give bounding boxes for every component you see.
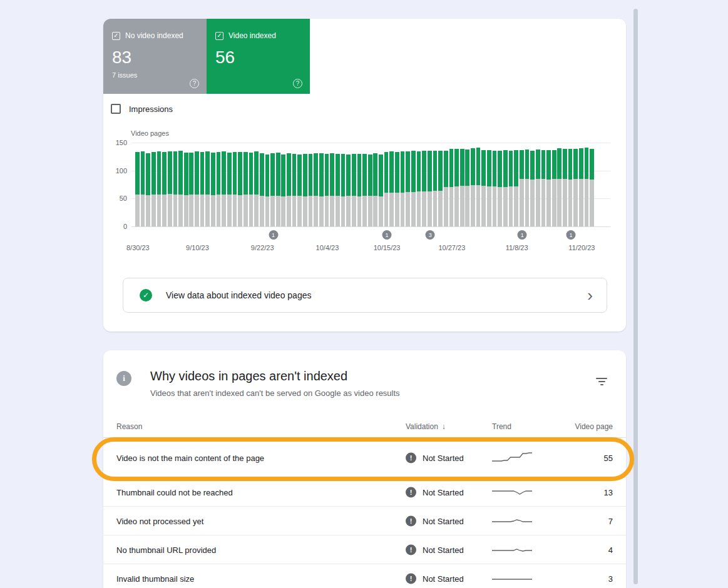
table-row[interactable]: No thumbnail URL provided!Not Started4 (103, 535, 626, 564)
chart-bar[interactable] (449, 149, 454, 226)
chart-bar[interactable] (373, 153, 377, 226)
chart-bar[interactable] (395, 152, 399, 226)
chart-bar[interactable] (151, 152, 156, 226)
chart-bar[interactable] (178, 151, 183, 226)
reason-label[interactable]: Invalid thumbnail size (116, 574, 194, 583)
chart-bar[interactable] (417, 151, 421, 226)
chart-bar[interactable] (357, 154, 362, 226)
chart-bar[interactable] (590, 149, 594, 226)
chart-bar[interactable] (411, 151, 416, 226)
chart-bar[interactable] (227, 153, 232, 226)
chart-bar[interactable] (368, 155, 372, 226)
chart-bar[interactable] (428, 151, 432, 226)
chart-bar[interactable] (341, 154, 346, 226)
annotation-badge[interactable]: 1 (269, 230, 278, 240)
checkbox-checked-icon[interactable]: ✓ (112, 32, 120, 40)
chart-bar[interactable] (433, 151, 438, 226)
chart-bar[interactable] (222, 151, 226, 226)
chart-bar[interactable] (211, 153, 215, 226)
annotation-badge[interactable]: 1 (518, 230, 527, 240)
chart-bar[interactable] (362, 154, 367, 226)
chart-bar[interactable] (254, 151, 259, 226)
chart-bar[interactable] (346, 155, 351, 226)
column-header-validation[interactable]: Validation ↓ (406, 422, 446, 431)
chart-bar[interactable] (189, 153, 193, 226)
metric-tile-no-video-indexed[interactable]: ✓ No video indexed 83 7 issues ? (103, 19, 207, 94)
chart-bar[interactable] (336, 154, 340, 226)
chart-bar[interactable] (406, 151, 410, 226)
chart-bar[interactable] (438, 151, 443, 226)
chart-bar[interactable] (481, 150, 486, 226)
chart-bar[interactable] (260, 153, 264, 226)
chart-bar[interactable] (292, 154, 297, 226)
chart-bar[interactable] (476, 148, 481, 226)
reason-label[interactable]: No thumbnail URL provided (116, 545, 216, 554)
chart-bar[interactable] (579, 148, 583, 226)
chart-bar[interactable] (498, 151, 502, 226)
filter-icon[interactable] (596, 378, 607, 386)
chart-bar[interactable] (493, 151, 497, 226)
chart-bar[interactable] (563, 149, 567, 226)
chart-bar[interactable] (389, 151, 394, 226)
chart-bar[interactable] (270, 153, 275, 226)
annotation-badge[interactable]: 3 (426, 230, 435, 240)
chevron-right-icon[interactable]: › (587, 289, 593, 302)
chart-bar[interactable] (384, 152, 389, 226)
chart-bar[interactable] (173, 151, 178, 226)
chart-bar[interactable] (573, 149, 578, 226)
chart-bar[interactable] (200, 152, 205, 226)
chart-bar[interactable] (141, 151, 145, 226)
chart-bar[interactable] (509, 151, 513, 226)
reason-label[interactable]: Video is not the main content of the pag… (116, 453, 264, 462)
help-icon[interactable]: ? (293, 79, 302, 88)
chart-bar[interactable] (303, 154, 307, 226)
indexed-data-banner[interactable]: ✓ View data about indexed video pages › (123, 278, 607, 313)
chart-bar[interactable] (249, 153, 254, 226)
chart-bar[interactable] (217, 152, 221, 226)
chart-bar[interactable] (157, 151, 161, 226)
chart-bar[interactable] (487, 150, 491, 226)
chart-bar[interactable] (557, 148, 561, 226)
chart-bar[interactable] (552, 150, 556, 226)
chart-bar[interactable] (330, 153, 334, 226)
chart-bar[interactable] (319, 153, 324, 226)
chart-bar[interactable] (568, 149, 573, 226)
chart-bar[interactable] (454, 149, 459, 226)
chart-bar[interactable] (135, 152, 140, 226)
chart-bar[interactable] (309, 154, 313, 226)
reason-label[interactable]: Video not processed yet (116, 516, 203, 525)
chart-bar[interactable] (195, 151, 199, 226)
chart-bar[interactable] (168, 151, 172, 226)
chart-bar[interactable] (297, 155, 302, 226)
chart-bar[interactable] (287, 153, 291, 226)
chart-bar[interactable] (162, 152, 167, 226)
chart-bar[interactable] (460, 149, 464, 226)
chart-bar[interactable] (530, 151, 535, 226)
chart-bar[interactable] (503, 150, 508, 226)
metric-tile-video-indexed[interactable]: ✓ Video indexed 56 ? (207, 19, 310, 94)
chart-bar[interactable] (276, 153, 280, 226)
chart-bar[interactable] (325, 154, 329, 226)
checkbox-checked-icon[interactable]: ✓ (215, 32, 223, 40)
table-row[interactable]: Invalid thumbnail size!Not Started3 (103, 564, 626, 588)
table-row[interactable]: Video not processed yet!Not Started7 (103, 507, 626, 535)
chart-bar[interactable] (379, 155, 383, 226)
chart-bar[interactable] (514, 150, 518, 226)
reason-label[interactable]: Thumbnail could not be reached (116, 487, 233, 497)
annotation-badge[interactable]: 1 (567, 230, 576, 240)
chart-bar[interactable] (422, 151, 426, 226)
help-icon[interactable]: ? (190, 79, 199, 88)
chart-bar[interactable] (536, 150, 540, 226)
scrollbar[interactable] (633, 9, 638, 584)
chart-bar[interactable] (184, 153, 188, 226)
chart-bar[interactable] (546, 150, 551, 226)
annotation-badge[interactable]: 1 (382, 230, 392, 240)
chart-bar[interactable] (233, 152, 237, 226)
chart-bar[interactable] (281, 155, 285, 226)
chart-bar[interactable] (520, 150, 524, 226)
chart-bar[interactable] (314, 153, 318, 226)
chart-bar[interactable] (205, 151, 210, 226)
table-row[interactable]: Video is not the main content of the pag… (103, 438, 626, 478)
chart-bar[interactable] (265, 155, 270, 226)
chart-bar[interactable] (238, 152, 242, 226)
